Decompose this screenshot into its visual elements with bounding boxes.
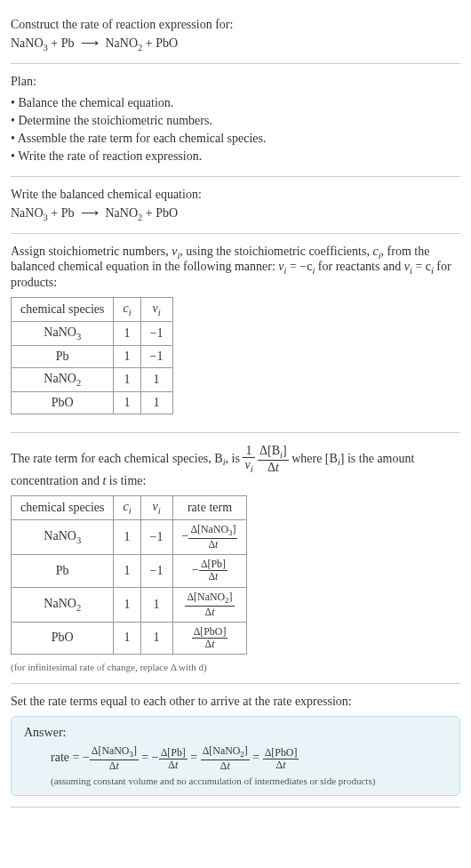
cell-ci: 1: [114, 587, 140, 622]
cell-species: PbO: [12, 391, 114, 414]
frac-one-over-nu: 1νi: [243, 444, 254, 475]
cell-nui: 1: [140, 622, 172, 654]
stoich-text: Assign stoichiometric numbers, νi, using…: [11, 245, 460, 291]
product-1: NaNO2: [105, 36, 142, 50]
stoich-table: chemical species ci νi NaNO3 1 −1 Pb 1 −…: [11, 297, 173, 414]
answer-note: (assuming constant volume and no accumul…: [24, 776, 447, 786]
cell-ci: 1: [114, 555, 140, 587]
plan-item: Write the rate of reaction expression.: [11, 148, 460, 165]
cell-nui: 1: [140, 587, 172, 622]
reactant-2: + Pb: [48, 206, 75, 220]
cell-species: NaNO3: [12, 520, 114, 555]
rateterm-note: (for infinitesimal rate of change, repla…: [11, 662, 460, 672]
table-row: PbO 1 1: [12, 391, 173, 414]
question-prompt: Construct the rate of reaction expressio…: [11, 18, 460, 32]
col-ci: ci: [114, 496, 140, 520]
cell-species: Pb: [12, 555, 114, 587]
col-nui: νi: [140, 496, 172, 520]
cell-nui: −1: [140, 321, 172, 345]
reactant-2: + Pb: [48, 36, 75, 50]
final-section: Set the rate terms equal to each other t…: [11, 684, 460, 808]
cell-species: NaNO2: [12, 367, 114, 391]
plan-item: Assemble the rate term for each chemical…: [11, 130, 460, 148]
table-row: NaNO2 1 1 Δ[NaNO2]Δt: [12, 587, 247, 622]
answer-box: Answer: rate = −Δ[NaNO3]Δt = −Δ[Pb]Δt = …: [11, 716, 460, 796]
question-equation: NaNO3 + Pb ⟶ NaNO2 + PbO: [11, 36, 460, 52]
table-row: NaNO3 1 −1 −Δ[NaNO3]Δt: [12, 520, 247, 555]
plan-title: Plan:: [11, 75, 460, 89]
cell-species: NaNO2: [12, 587, 114, 622]
rateterm-text: The rate term for each chemical species,…: [11, 444, 460, 489]
col-species: chemical species: [12, 496, 114, 520]
question-section: Construct the rate of reaction expressio…: [11, 7, 460, 64]
col-nui: νi: [140, 298, 172, 322]
product-1: NaNO2: [105, 206, 142, 220]
cell-ci: 1: [114, 520, 140, 555]
stoich-section: Assign stoichiometric numbers, νi, using…: [11, 234, 460, 433]
arrow-icon: ⟶: [81, 206, 99, 220]
plan-section: Plan: Balance the chemical equation. Det…: [11, 64, 460, 177]
answer-rate-expression: rate = −Δ[NaNO3]Δt = −Δ[Pb]Δt = Δ[NaNO2]…: [24, 745, 447, 772]
cell-species: NaNO3: [12, 321, 114, 345]
cell-rate: −Δ[NaNO3]Δt: [172, 520, 247, 555]
plan-item: Determine the stoichiometric numbers.: [11, 112, 460, 130]
cell-rate: −Δ[Pb]Δt: [172, 555, 247, 587]
cell-ci: 1: [114, 321, 140, 345]
answer-label: Answer:: [24, 726, 447, 740]
product-2: + PbO: [142, 206, 178, 220]
cell-nui: −1: [140, 555, 172, 587]
cell-nui: 1: [140, 391, 172, 414]
cell-nui: −1: [140, 520, 172, 555]
table-row: NaNO3 1 −1: [12, 321, 173, 345]
cell-ci: 1: [114, 345, 140, 367]
col-ci: ci: [114, 298, 140, 322]
cell-nui: −1: [140, 345, 172, 367]
arrow-icon: ⟶: [81, 36, 99, 50]
cell-species: PbO: [12, 622, 114, 654]
table-row: Pb 1 −1 −Δ[Pb]Δt: [12, 555, 247, 587]
col-rate: rate term: [172, 496, 247, 520]
reactant-1: NaNO3: [11, 206, 48, 220]
col-species: chemical species: [12, 298, 114, 322]
table-row: Pb 1 −1: [12, 345, 173, 367]
cell-species: Pb: [12, 345, 114, 367]
table-row: PbO 1 1 Δ[PbO]Δt: [12, 622, 247, 654]
rateterm-section: The rate term for each chemical species,…: [11, 433, 460, 684]
plan-list: Balance the chemical equation. Determine…: [11, 94, 460, 165]
cell-rate: Δ[NaNO2]Δt: [172, 587, 247, 622]
product-2: + PbO: [142, 36, 178, 50]
frac-delta-b: Δ[Bi]Δt: [258, 444, 289, 475]
balanced-equation: NaNO3 + Pb ⟶ NaNO2 + PbO: [11, 205, 460, 222]
table-header-row: chemical species ci νi: [12, 298, 173, 322]
plan-item: Balance the chemical equation.: [11, 94, 460, 112]
balanced-prompt: Write the balanced chemical equation:: [11, 188, 460, 202]
cell-nui: 1: [140, 367, 172, 391]
table-row: NaNO2 1 1: [12, 367, 173, 391]
table-header-row: chemical species ci νi rate term: [12, 496, 247, 520]
reactant-1: NaNO3: [11, 36, 48, 50]
cell-ci: 1: [114, 622, 140, 654]
rateterm-table: chemical species ci νi rate term NaNO3 1…: [11, 495, 247, 655]
balanced-section: Write the balanced chemical equation: Na…: [11, 177, 460, 234]
cell-ci: 1: [114, 391, 140, 414]
final-prompt: Set the rate terms equal to each other t…: [11, 695, 460, 709]
cell-rate: Δ[PbO]Δt: [172, 622, 247, 654]
cell-ci: 1: [114, 367, 140, 391]
